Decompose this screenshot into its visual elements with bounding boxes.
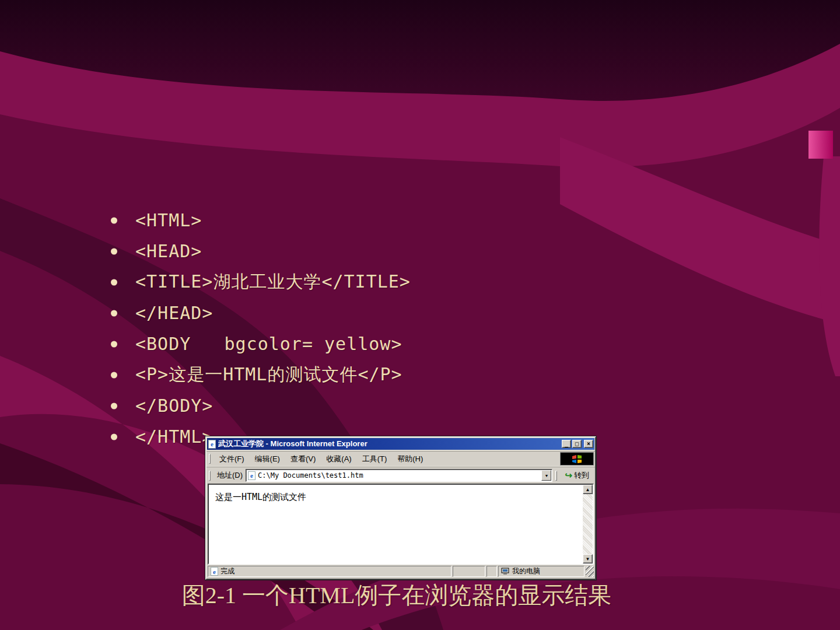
menu-edit[interactable]: 编辑(E)	[250, 453, 285, 466]
toolbar-grip[interactable]	[209, 454, 211, 464]
scroll-down-button[interactable]	[583, 554, 593, 564]
address-value[interactable]: C:\My Documents\test1.htm	[258, 471, 539, 480]
toolbar-grip[interactable]	[209, 471, 211, 481]
status-pane	[453, 566, 485, 577]
code-line: <HTML>	[135, 210, 202, 230]
ie-page-icon	[248, 471, 256, 480]
go-label: 转到	[574, 470, 589, 481]
list-item: <HEAD>	[110, 236, 411, 267]
code-line: </HTML>	[135, 426, 213, 447]
menu-file[interactable]: 文件(F)	[214, 453, 250, 466]
resize-grip[interactable]	[586, 566, 594, 577]
close-button[interactable]: ×	[584, 440, 593, 448]
code-line: </HEAD>	[135, 303, 213, 323]
code-line: <BODY bgcolor= yellow>	[135, 334, 402, 354]
menu-view[interactable]: 查看(V)	[285, 453, 321, 466]
scroll-up-button[interactable]	[583, 485, 593, 494]
status-pane-left: 完成	[208, 566, 452, 577]
code-line: <TITLE>湖北工业大学</TITLE>	[135, 270, 411, 294]
ie-window: 武汉工业学院 - Microsoft Internet Explorer _ □…	[205, 436, 596, 580]
list-item: <HTML>	[110, 205, 411, 236]
list-item: <BODY bgcolor= yellow>	[110, 328, 411, 359]
go-arrow-icon	[565, 470, 572, 481]
list-item: <TITLE>湖北工业大学</TITLE>	[110, 267, 411, 298]
code-line: <P>这是一HTML的测试文件</P>	[135, 363, 402, 387]
status-pane-zone: 我的电脑	[498, 566, 584, 577]
vertical-scrollbar[interactable]	[583, 485, 593, 564]
address-input[interactable]: C:\My Documents\test1.htm	[246, 469, 552, 482]
address-label: 地址(D)	[217, 470, 243, 481]
code-line: <HEAD>	[135, 241, 202, 261]
window-title: 武汉工业学院 - Microsoft Internet Explorer	[218, 439, 559, 449]
bullet-icon	[111, 217, 117, 223]
address-bar: 地址(D) C:\My Documents\test1.htm 转到	[206, 467, 595, 484]
menu-favorites[interactable]: 收藏(A)	[321, 453, 356, 466]
list-item: </BODY>	[110, 390, 411, 421]
address-dropdown-button[interactable]	[541, 470, 551, 481]
bullet-icon	[111, 341, 117, 347]
menu-help[interactable]: 帮助(H)	[392, 453, 428, 466]
bullet-icon	[111, 433, 117, 440]
maximize-button[interactable]: □	[572, 440, 582, 448]
list-item: </HEAD>	[110, 298, 411, 328]
minimize-button[interactable]: _	[562, 440, 571, 448]
bullet-icon	[111, 310, 117, 316]
go-button[interactable]: 转到	[564, 470, 593, 481]
page-text: 这是一HTML的测试文件	[215, 492, 306, 503]
status-bar: 完成 我的电脑	[206, 565, 595, 578]
bullet-icon	[111, 402, 117, 409]
status-pane	[487, 566, 497, 577]
code-line: </BODY>	[135, 396, 213, 416]
browser-viewport: 这是一HTML的测试文件	[208, 484, 594, 565]
bullet-icon	[111, 248, 117, 254]
document-icon	[211, 567, 218, 576]
bullet-icon	[111, 372, 117, 378]
menu-tools[interactable]: 工具(T)	[357, 453, 393, 466]
title-bar[interactable]: 武汉工业学院 - Microsoft Internet Explorer _ □…	[207, 438, 594, 450]
status-zone-text: 我的电脑	[512, 566, 540, 576]
bullet-icon	[111, 279, 117, 285]
windows-logo-icon	[560, 452, 594, 466]
toolbar-grip[interactable]	[555, 471, 557, 481]
html-code-list: <HTML> <HEAD> <TITLE>湖北工业大学</TITLE> </HE…	[110, 205, 411, 452]
menu-bar: 文件(F) 编辑(E) 查看(V) 收藏(A) 工具(T) 帮助(H)	[206, 452, 595, 466]
ie-page-icon	[208, 440, 216, 449]
status-text: 完成	[220, 566, 235, 576]
figure-caption: 图2-1 一个HTML例子在浏览器的显示结果	[0, 579, 793, 611]
list-item: <P>这是一HTML的测试文件</P>	[110, 359, 411, 390]
my-computer-icon	[501, 568, 510, 575]
